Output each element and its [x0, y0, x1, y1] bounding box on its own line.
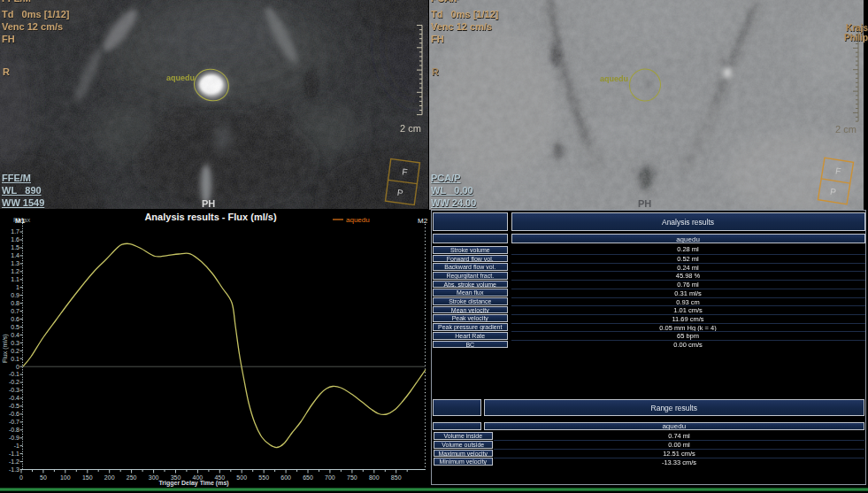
svg-text:0.6: 0.6	[11, 316, 19, 322]
svg-text:200: 200	[104, 474, 115, 481]
svg-text:-0.4: -0.4	[9, 395, 19, 401]
svg-text:1: 1	[16, 284, 19, 290]
svg-text:0.1: 0.1	[11, 356, 19, 362]
svg-text:Flux (ml/s): Flux (ml/s)	[2, 334, 9, 363]
svg-text:Trigger Delay Time (ms): Trigger Delay Time (ms)	[158, 480, 228, 487]
svg-text:-0.6: -0.6	[9, 411, 19, 417]
svg-text:550: 550	[258, 474, 269, 481]
svg-text:-1.3: -1.3	[9, 466, 19, 473]
svg-text:150: 150	[82, 474, 93, 481]
svg-text:-0.1: -0.1	[9, 371, 19, 377]
svg-text:650: 650	[303, 474, 313, 481]
svg-text:850: 850	[391, 474, 402, 481]
svg-text:300: 300	[149, 474, 159, 481]
svg-text:0.8: 0.8	[11, 300, 19, 306]
svg-text:100: 100	[60, 474, 71, 481]
svg-text:1.1: 1.1	[11, 276, 19, 282]
svg-text:-0.8: -0.8	[9, 427, 19, 433]
svg-text:1.4: 1.4	[11, 252, 19, 258]
svg-text:0: 0	[19, 474, 23, 481]
svg-text:0.7: 0.7	[11, 308, 19, 314]
svg-text:0.5: 0.5	[11, 324, 19, 330]
svg-text:50: 50	[40, 474, 47, 481]
svg-text:-0.7: -0.7	[9, 419, 19, 425]
svg-text:M2: M2	[418, 217, 428, 225]
svg-text:0.9: 0.9	[11, 292, 19, 298]
svg-text:500: 500	[236, 474, 247, 481]
svg-text:250: 250	[127, 474, 137, 481]
svg-text:-0.5: -0.5	[9, 403, 19, 409]
svg-text:0.3: 0.3	[11, 340, 19, 346]
svg-text:0.4: 0.4	[11, 332, 19, 338]
svg-text:750: 750	[347, 474, 357, 481]
svg-text:1.2: 1.2	[11, 268, 19, 274]
svg-text:1.5: 1.5	[11, 244, 19, 250]
svg-text:Analysis results - Flux (ml/s): Analysis results - Flux (ml/s)	[144, 212, 276, 222]
svg-text:800: 800	[369, 474, 380, 481]
svg-text:0.2: 0.2	[11, 348, 19, 354]
svg-text:-1.1: -1.1	[9, 451, 19, 457]
svg-text:1.6: 1.6	[11, 236, 19, 243]
svg-text:-1.2: -1.2	[9, 458, 19, 465]
svg-text:0: 0	[16, 364, 19, 370]
svg-text:M1: M1	[15, 217, 26, 225]
svg-text:-0.2: -0.2	[9, 379, 19, 385]
svg-text:-1: -1	[14, 443, 19, 449]
svg-text:1.3: 1.3	[11, 260, 19, 266]
svg-text:700: 700	[325, 474, 335, 481]
svg-text:aquedu: aquedu	[346, 216, 370, 224]
svg-text:-0.9: -0.9	[9, 435, 19, 441]
svg-text:1.7: 1.7	[11, 228, 19, 235]
svg-text:-0.3: -0.3	[9, 387, 19, 393]
svg-text:600: 600	[280, 474, 291, 481]
